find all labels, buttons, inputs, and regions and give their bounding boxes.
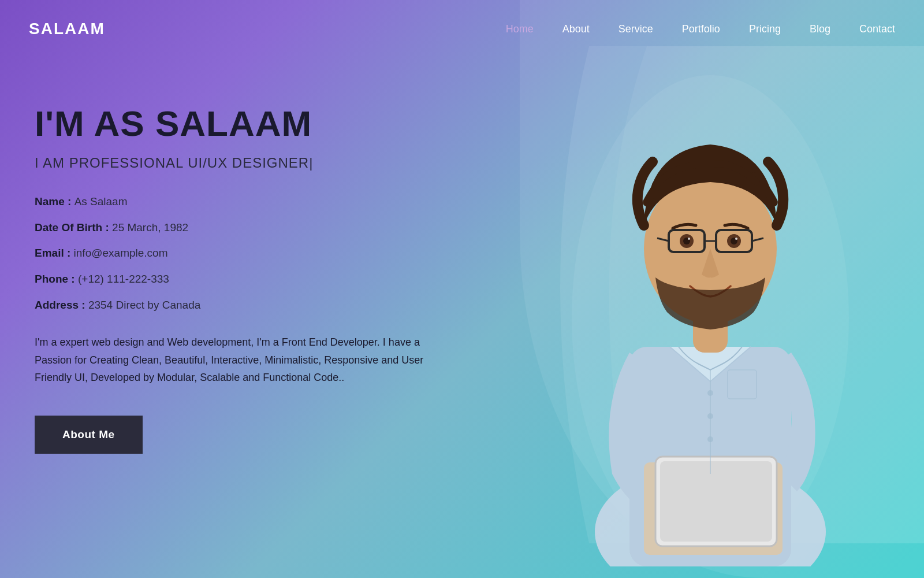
nav-link-portfolio[interactable]: Portfolio (682, 23, 720, 35)
brand-logo[interactable]: SALAAM (29, 20, 105, 38)
about-me-button[interactable]: About Me (35, 416, 143, 454)
nav-link-pricing[interactable]: Pricing (749, 23, 781, 35)
svg-point-22 (707, 436, 713, 442)
nav-item-home[interactable]: Home (506, 23, 534, 35)
info-item-2: Email : info@example.com (35, 246, 456, 261)
hero-section: SALAAM HomeAboutServicePortfolioPricingB… (0, 0, 924, 578)
info-value-1: 25 March, 1982 (112, 221, 188, 234)
nav-item-contact[interactable]: Contact (859, 23, 895, 35)
svg-point-18 (735, 238, 737, 240)
navbar: SALAAM HomeAboutServicePortfolioPricingB… (0, 0, 924, 58)
info-label-2: Email : (35, 247, 74, 259)
nav-link-blog[interactable]: Blog (810, 23, 830, 35)
hero-subtitle: I AM PROFESSIONAL UI/UX DESIGNER| (35, 155, 456, 171)
info-item-1: Date Of Birth : 25 March, 1982 (35, 220, 456, 236)
info-item-3: Phone : (+12) 111-222-333 (35, 272, 456, 287)
svg-rect-5 (660, 461, 772, 542)
nav-item-pricing[interactable]: Pricing (749, 23, 781, 35)
hero-title: I'M AS SALAAM (35, 104, 456, 143)
nav-link-about[interactable]: About (562, 23, 590, 35)
person-image (566, 69, 889, 578)
info-label-1: Date Of Birth : (35, 221, 112, 234)
info-label-4: Address : (35, 299, 88, 311)
info-item-0: Name : As Salaam (35, 194, 456, 210)
hero-description: I'm a expert web design and Web developm… (35, 334, 456, 387)
svg-point-20 (707, 390, 713, 396)
info-value-2: info@example.com (74, 247, 168, 259)
info-value-4: 2354 Direct by Canada (88, 299, 200, 311)
nav-link-home[interactable]: Home (506, 23, 534, 35)
nav-item-about[interactable]: About (562, 23, 590, 35)
svg-point-17 (688, 238, 690, 240)
svg-point-21 (707, 413, 713, 419)
nav-item-portfolio[interactable]: Portfolio (682, 23, 720, 35)
info-item-4: Address : 2354 Direct by Canada (35, 298, 456, 313)
nav-item-blog[interactable]: Blog (810, 23, 830, 35)
info-label-0: Name : (35, 195, 74, 208)
hero-text: I'M AS SALAAM I AM PROFESSIONAL UI/UX DE… (35, 92, 456, 454)
info-value-0: As Salaam (74, 195, 128, 208)
nav-link-contact[interactable]: Contact (859, 23, 895, 35)
nav-links: HomeAboutServicePortfolioPricingBlogCont… (506, 23, 895, 35)
nav-link-service[interactable]: Service (619, 23, 653, 35)
info-list: Name : As SalaamDate Of Birth : 25 March… (35, 194, 456, 313)
info-label-3: Phone : (35, 273, 78, 285)
nav-item-service[interactable]: Service (619, 23, 653, 35)
info-value-3: (+12) 111-222-333 (78, 273, 169, 285)
